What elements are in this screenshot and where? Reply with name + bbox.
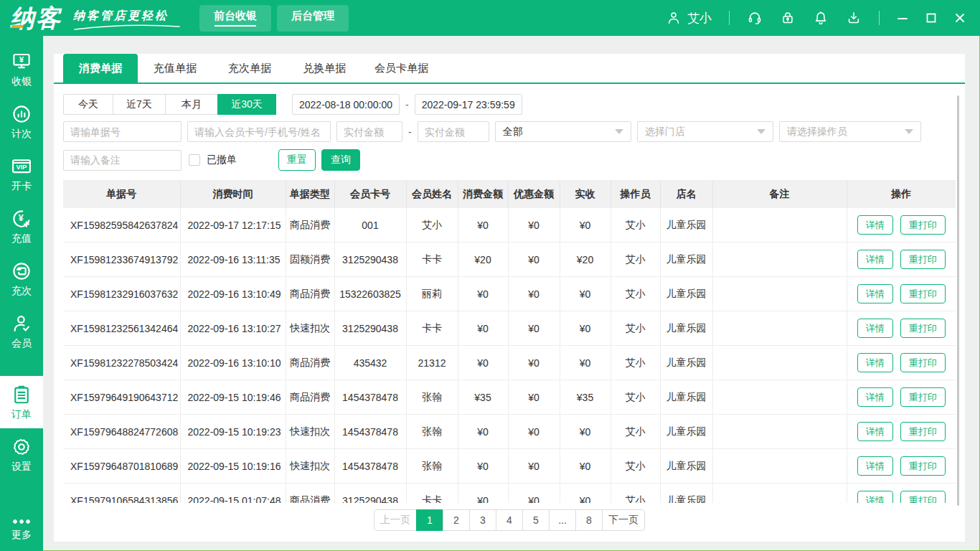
page-3-button[interactable]: 3	[469, 509, 496, 531]
detail-button[interactable]: 详情	[857, 284, 893, 303]
store-select[interactable]: 选择门店	[637, 121, 773, 142]
svg-text:¥: ¥	[19, 213, 24, 223]
next-page-button[interactable]: 下一页	[602, 509, 645, 531]
operator-select[interactable]: 请选择操作员	[779, 121, 921, 142]
tab-recharge-times-orders[interactable]: 充次单据	[212, 54, 287, 83]
reprint-button[interactable]: 重打印	[900, 387, 946, 407]
cell-order-type: 商品消费	[286, 346, 334, 380]
cell-card-no: 15322603825	[334, 277, 406, 311]
cell-actions: 详情 重打印	[847, 380, 956, 415]
remark-input[interactable]	[63, 150, 182, 171]
detail-button[interactable]: 详情	[857, 319, 893, 338]
reprint-button[interactable]: 重打印	[900, 422, 946, 441]
minimize-icon[interactable]	[897, 12, 908, 24]
reprint-button[interactable]: 重打印	[900, 456, 946, 476]
date-to-input[interactable]	[415, 94, 522, 115]
cell-card-no: 3125290438	[334, 484, 406, 504]
range-month-button[interactable]: 本月	[165, 94, 218, 115]
detail-button[interactable]: 详情	[857, 387, 893, 407]
reprint-button[interactable]: 重打印	[900, 319, 946, 338]
cancelled-label: 已撤单	[207, 154, 237, 166]
sidebar-item-cashier[interactable]: ¥ 收银	[0, 43, 43, 95]
search-button[interactable]: 查询	[321, 149, 360, 171]
sidebar-item-counting[interactable]: 计次	[0, 95, 43, 148]
cell-member-name: 21312	[406, 346, 458, 380]
sidebar-item-orders[interactable]: 订单	[0, 376, 43, 428]
cell-actions: 详情 重打印	[847, 346, 956, 380]
tab-consume-orders[interactable]: 消费单据	[63, 54, 138, 83]
detail-button[interactable]: 详情	[857, 250, 893, 269]
tab-backend-admin[interactable]: 后台管理	[277, 5, 349, 32]
reprint-button[interactable]: 重打印	[900, 284, 946, 303]
sidebar-item-recharge[interactable]: ¥ 充值	[0, 200, 43, 253]
cancelled-checkbox[interactable]	[189, 154, 200, 166]
type-select[interactable]: 全部	[495, 121, 631, 142]
cell-operator: 艾小	[611, 484, 660, 504]
cell-remark	[712, 346, 847, 380]
cell-member-name: 张翰	[406, 380, 458, 415]
sidebar-item-open-card[interactable]: VIP 开卡	[0, 148, 43, 200]
reprint-button[interactable]: 重打印	[900, 491, 946, 503]
range-30days-button[interactable]: 近30天	[217, 94, 276, 115]
reprint-button[interactable]: 重打印	[900, 215, 946, 235]
cell-order-no: XF15981232916037632	[63, 277, 180, 311]
col-consume-time: 消费时间	[180, 181, 286, 208]
col-operator: 操作员	[611, 181, 660, 208]
range-7days-button[interactable]: 近7天	[113, 94, 166, 115]
sidebar-item-recharge-times[interactable]: 充次	[0, 253, 43, 305]
cell-consume-time: 2022-09-15 10:19:16	[180, 449, 286, 484]
cell-operator: 艾小	[611, 208, 660, 242]
vertical-scrollbar[interactable]	[957, 95, 959, 506]
cell-remark	[712, 242, 847, 277]
prev-page-button[interactable]: 上一页	[374, 509, 417, 531]
sidebar-item-more[interactable]: 更多	[0, 508, 43, 551]
cell-received: ¥0	[560, 311, 611, 346]
bell-icon[interactable]	[813, 10, 829, 26]
sidebar-item-members[interactable]: 会员	[0, 305, 43, 357]
detail-button[interactable]: 详情	[857, 215, 893, 235]
page-2-button[interactable]: 2	[443, 509, 470, 531]
reprint-button[interactable]: 重打印	[900, 353, 946, 372]
filter-row-fields: - 全部 选择门店 请选择操作员	[63, 121, 956, 142]
tab-member-card-orders[interactable]: 会员卡单据	[362, 54, 441, 83]
page-1-button[interactable]: 1	[416, 509, 443, 531]
user-menu[interactable]: 艾小	[666, 10, 712, 27]
close-icon[interactable]	[954, 12, 966, 24]
maximize-icon[interactable]	[925, 12, 937, 24]
cell-received: ¥0	[560, 415, 611, 449]
page-4-button[interactable]: 4	[496, 509, 523, 531]
range-today-button[interactable]: 今天	[63, 94, 113, 115]
reprint-button[interactable]: 重打印	[900, 250, 946, 269]
recharge-times-icon	[11, 260, 32, 282]
cell-store: 儿童乐园	[660, 449, 712, 484]
orders-table: 单据号 消费时间 单据类型 会员卡号 会员姓名 消费金额 优惠金额 实收 操作员…	[63, 181, 956, 503]
sidebar-item-settings[interactable]: 设置	[0, 428, 43, 481]
cell-discount-amount: ¥0	[508, 311, 560, 346]
cell-operator: 艾小	[611, 380, 660, 415]
reset-button[interactable]: 重置	[278, 149, 316, 171]
headset-icon[interactable]	[747, 10, 763, 26]
amount-min-input[interactable]	[336, 121, 402, 142]
tab-active-underline	[215, 25, 256, 27]
tab-front-cashier[interactable]: 前台收银	[199, 5, 271, 32]
page-8-button[interactable]: 8	[575, 509, 603, 531]
order-no-input[interactable]	[63, 121, 182, 142]
download-icon[interactable]	[846, 10, 862, 26]
detail-button[interactable]: 详情	[857, 422, 893, 441]
cell-order-type: 商品消费	[286, 380, 334, 415]
detail-button[interactable]: 详情	[857, 491, 893, 503]
tab-recharge-orders[interactable]: 充值单据	[138, 54, 212, 83]
page-5-button[interactable]: 5	[522, 509, 550, 531]
lock-icon[interactable]	[780, 10, 796, 26]
page-ellipsis[interactable]: ...	[549, 509, 576, 531]
amount-max-input[interactable]	[418, 121, 489, 142]
detail-button[interactable]: 详情	[857, 456, 893, 476]
cell-order-type: 快速扣次	[286, 449, 334, 484]
window-controls	[897, 12, 966, 24]
member-search-input[interactable]	[187, 121, 331, 142]
tab-exchange-orders[interactable]: 兑换单据	[287, 54, 362, 83]
cell-remark	[712, 208, 847, 242]
date-from-input[interactable]	[292, 94, 400, 115]
cell-received: ¥20	[560, 242, 611, 277]
detail-button[interactable]: 详情	[857, 353, 893, 372]
